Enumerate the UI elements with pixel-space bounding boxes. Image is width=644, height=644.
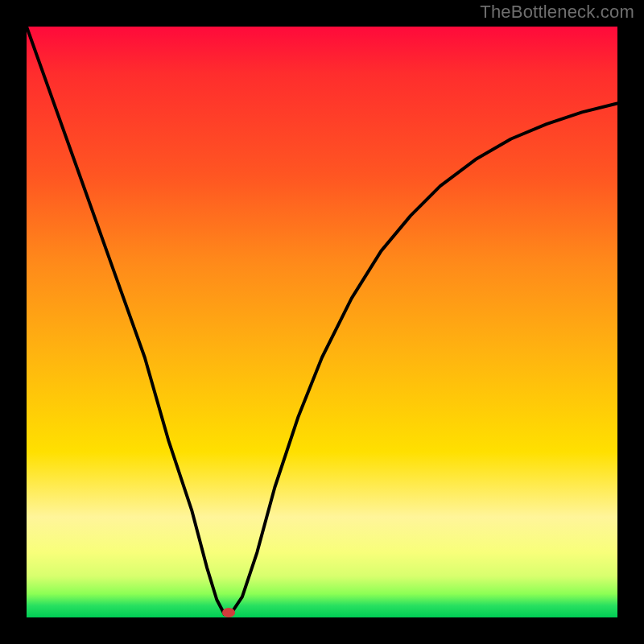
- plot-gradient-background: [27, 27, 617, 617]
- chart-frame: TheBottleneck.com: [0, 0, 644, 644]
- watermark-text: TheBottleneck.com: [480, 2, 634, 23]
- optimum-marker: [222, 608, 235, 617]
